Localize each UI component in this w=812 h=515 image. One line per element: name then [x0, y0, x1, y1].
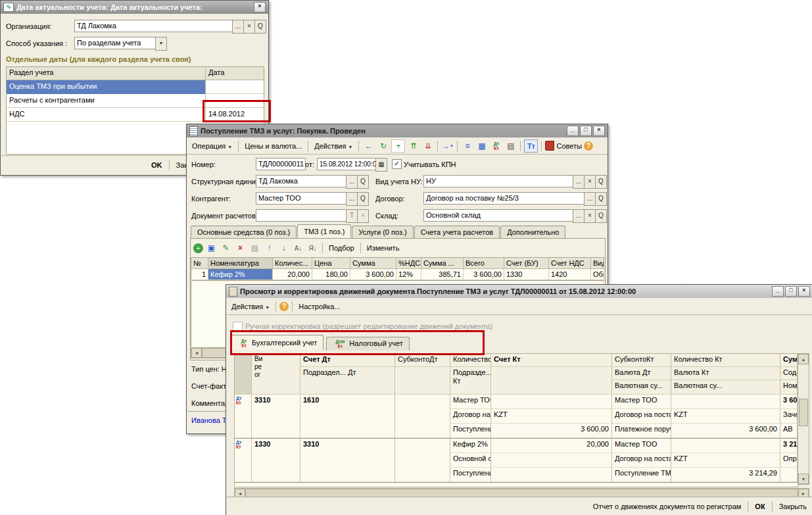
calendar-icon[interactable]: ▦	[375, 158, 387, 172]
column-header-section[interactable]: Раздел учета	[7, 67, 206, 80]
cell-credit-currency[interactable]: KZT	[671, 409, 780, 424]
column-header-partial[interactable]: Виреог	[252, 354, 300, 395]
column-header[interactable]: Количес...	[273, 258, 312, 269]
copy-row-icon[interactable]: ▣	[205, 242, 218, 254]
izmenit-button[interactable]: Изменить	[364, 243, 402, 253]
cell-debit-currency-sum[interactable]: 3 600,00	[491, 424, 612, 438]
add-row-icon[interactable]: +	[193, 243, 203, 253]
cell-credit-qty[interactable]	[671, 439, 780, 453]
warehouse-clear-icon[interactable]: ×	[584, 209, 596, 223]
close-icon[interactable]: ×	[254, 2, 266, 12]
settle-type-icon[interactable]: Т	[346, 209, 358, 223]
tt-totals-icon[interactable]: Тт	[524, 139, 538, 153]
cell-total[interactable]: 3 600,00	[464, 269, 504, 280]
column-header[interactable]: Валютная су...	[671, 380, 780, 395]
column-header[interactable]: Содержание	[780, 367, 798, 380]
advice-label[interactable]: Советы	[556, 142, 581, 150]
column-header-date[interactable]: Дата	[206, 67, 264, 80]
org-input[interactable]: ТД Лакомка	[74, 20, 233, 32]
delete-row-icon[interactable]: ×	[234, 242, 247, 254]
tab-services[interactable]: Услуги (0 поз.)	[352, 226, 413, 238]
cell-nomenclature[interactable]: Кефир 2%	[208, 269, 273, 280]
cell-vat-sum[interactable]: 385,71	[421, 269, 464, 280]
cell-debit-currency[interactable]	[491, 453, 612, 468]
cell-debit-currency[interactable]: KZT	[491, 409, 612, 424]
column-header[interactable]	[395, 367, 450, 395]
row-selector[interactable]: ДтКт	[235, 395, 252, 438]
cell-sum[interactable]: 3 600,00	[780, 395, 798, 409]
nu-magnifier-icon[interactable]: Q	[595, 175, 607, 189]
menu-prices-currency[interactable]: Цены и валюта...	[242, 141, 304, 151]
advice-book-icon[interactable]	[545, 141, 554, 151]
sort-ascending-icon[interactable]: А↓	[292, 242, 304, 254]
org-ellipsis-icon[interactable]: ...	[232, 20, 244, 34]
cell-credit-subconto[interactable]: Поступление ТМЗ и услуг ТДЛ...	[612, 468, 671, 482]
column-header[interactable]: Счет (БУ)	[504, 258, 549, 269]
cell-debit-subconto[interactable]: Кефир 2%	[450, 439, 491, 453]
cell-debit-subconto[interactable]: Поступление ТМЗ и ус...	[450, 424, 491, 438]
column-header[interactable]: Подразде... Кт	[450, 367, 491, 395]
column-header[interactable]: Вид	[591, 258, 604, 269]
contractor-ellipsis-icon[interactable]: ...	[346, 192, 358, 206]
cell-vat-percent[interactable]: 12%	[396, 269, 421, 280]
cell-credit-subconto[interactable]: Договор на поставку №25/3	[612, 409, 671, 424]
cell-account-vat[interactable]: 1420	[549, 269, 591, 280]
tab-tax[interactable]: ДтНКт Налоговый учет	[326, 337, 410, 351]
chevron-down-icon[interactable]: ▼	[155, 37, 167, 51]
column-header[interactable]: СубконтоДт	[395, 354, 450, 367]
cell-credit-subconto[interactable]: Платежное поручение исходя...	[612, 424, 671, 438]
minimize-icon[interactable]: _	[567, 126, 579, 136]
column-header[interactable]: %НДС	[396, 258, 421, 269]
column-header[interactable]: СубконтоКт	[612, 354, 671, 367]
cell-credit-account[interactable]: 1610	[300, 395, 395, 438]
kpn-checkbox[interactable]: ✓	[392, 159, 402, 169]
nu-clear-icon[interactable]: ×	[584, 175, 596, 189]
table-row-date[interactable]	[206, 94, 264, 108]
menu-actions[interactable]: Действия ▼	[312, 141, 355, 151]
nu-ellipsis-icon[interactable]: ...	[573, 175, 585, 189]
minimize-icon[interactable]: _	[772, 286, 784, 297]
cell-sum[interactable]: 3 600,00	[350, 269, 396, 280]
tab-accounting[interactable]: ДтКт Бухгалтерский учет	[231, 335, 323, 350]
cell-debit-qty[interactable]: 20,000	[491, 439, 612, 453]
contractor-magnifier-icon[interactable]: Q	[357, 192, 369, 206]
tab-settlement-accounts[interactable]: Счета учета расчетов	[414, 226, 500, 238]
journal-icon[interactable]: ▤	[504, 140, 517, 152]
window2-titlebar[interactable]: Поступление ТМЗ и услуг: Покупка. Провед…	[187, 124, 608, 137]
column-header[interactable]: Счет Дт	[300, 354, 395, 367]
column-header[interactable]: №	[191, 258, 208, 269]
cell-debit-currency-sum[interactable]	[491, 468, 612, 482]
cell-price[interactable]: 180,00	[312, 269, 350, 280]
close-icon[interactable]: ×	[593, 126, 605, 136]
contractor-input[interactable]: Мастер ТОО	[256, 192, 346, 205]
menu-actions[interactable]: Действия ▼	[229, 301, 272, 312]
cell-journal[interactable]	[780, 468, 798, 482]
unit-magnifier-icon[interactable]: Q	[357, 175, 369, 189]
cell-credit-currency-sum[interactable]: 3 214,29	[671, 468, 780, 482]
cell-credit-account[interactable]: 3310	[300, 439, 395, 482]
column-header[interactable]: Номенклатура	[208, 258, 273, 269]
tab-fixed-assets[interactable]: Основные средства (0 поз.)	[191, 226, 297, 238]
settle-doc-input[interactable]	[256, 209, 346, 222]
refresh-icon[interactable]: ↻	[377, 140, 389, 152]
unit-input[interactable]: ТД Лакомка	[256, 175, 346, 187]
warehouse-input[interactable]: Основной склад	[423, 209, 573, 222]
add-document-icon[interactable]: +	[391, 139, 405, 153]
column-header[interactable]: Подраздел... Дт	[300, 367, 395, 395]
cell-debit-account[interactable]: 1330	[252, 439, 300, 482]
ok-button[interactable]: ОК	[755, 503, 765, 510]
cell-debit-account[interactable]: 3310	[252, 395, 300, 438]
table-row-section[interactable]: НДС	[7, 108, 206, 122]
close-icon[interactable]: ×	[798, 286, 810, 297]
column-header[interactable]: Счет НДС	[549, 258, 591, 269]
movement-entry[interactable]: ДтКт 1330 Кефир 2% 20,000 3310 Мастер ТО…	[234, 439, 798, 483]
warehouse-magnifier-icon[interactable]: Q	[595, 209, 607, 223]
table-row-section[interactable]: Оценка ТМЗ при выбытии	[7, 80, 206, 94]
help-icon[interactable]: ?	[584, 141, 593, 151]
column-header[interactable]: Количество Дт	[450, 354, 491, 367]
podbor-button[interactable]: Подбор	[326, 243, 357, 253]
column-header[interactable]	[491, 367, 612, 395]
marked-list-icon[interactable]: ▦	[475, 140, 488, 152]
cell-sum[interactable]: 3 214,29	[780, 439, 798, 453]
sort-descending-icon[interactable]: Я↓	[306, 242, 319, 254]
